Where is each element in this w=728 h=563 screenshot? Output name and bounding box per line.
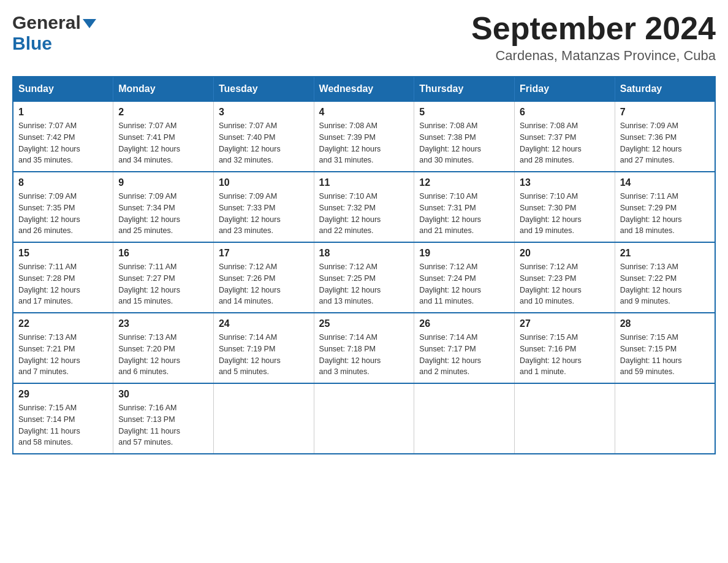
day-full-info: Sunrise: 7:13 AMSunset: 7:22 PMDaylight:… xyxy=(620,261,710,307)
title-block: September 2024 Cardenas, Matanzas Provin… xyxy=(471,12,716,64)
day-full-info: Sunrise: 7:10 AMSunset: 7:31 PMDaylight:… xyxy=(419,191,509,237)
calendar-week-row: 15Sunrise: 7:11 AMSunset: 7:28 PMDayligh… xyxy=(13,242,715,313)
calendar-cell: 10Sunrise: 7:09 AMSunset: 7:33 PMDayligh… xyxy=(213,172,314,242)
day-full-info: Sunrise: 7:07 AMSunset: 7:42 PMDaylight:… xyxy=(18,120,108,166)
day-number: 4 xyxy=(319,107,409,118)
calendar-cell xyxy=(615,383,715,454)
day-full-info: Sunrise: 7:15 AMSunset: 7:16 PMDaylight:… xyxy=(520,332,610,378)
day-full-info: Sunrise: 7:15 AMSunset: 7:14 PMDaylight:… xyxy=(18,402,108,448)
calendar-cell: 3Sunrise: 7:07 AMSunset: 7:40 PMDaylight… xyxy=(213,101,314,172)
calendar-cell: 7Sunrise: 7:09 AMSunset: 7:36 PMDaylight… xyxy=(615,101,715,172)
day-full-info: Sunrise: 7:11 AMSunset: 7:27 PMDaylight:… xyxy=(118,261,208,307)
day-full-info: Sunrise: 7:12 AMSunset: 7:25 PMDaylight:… xyxy=(319,261,409,307)
day-number: 28 xyxy=(620,318,710,329)
day-full-info: Sunrise: 7:11 AMSunset: 7:29 PMDaylight:… xyxy=(620,191,710,237)
day-number: 6 xyxy=(520,107,610,118)
day-full-info: Sunrise: 7:07 AMSunset: 7:41 PMDaylight:… xyxy=(118,120,208,166)
day-full-info: Sunrise: 7:14 AMSunset: 7:19 PMDaylight:… xyxy=(219,332,309,378)
day-full-info: Sunrise: 7:15 AMSunset: 7:15 PMDaylight:… xyxy=(620,332,710,378)
day-number: 3 xyxy=(219,107,309,118)
calendar-cell: 21Sunrise: 7:13 AMSunset: 7:22 PMDayligh… xyxy=(615,242,715,313)
day-number: 15 xyxy=(18,248,108,259)
day-full-info: Sunrise: 7:08 AMSunset: 7:37 PMDaylight:… xyxy=(520,120,610,166)
day-number: 8 xyxy=(18,177,108,188)
day-full-info: Sunrise: 7:12 AMSunset: 7:24 PMDaylight:… xyxy=(419,261,509,307)
calendar-week-row: 1Sunrise: 7:07 AMSunset: 7:42 PMDaylight… xyxy=(13,101,715,172)
logo-blue-text: Blue xyxy=(12,33,52,54)
day-full-info: Sunrise: 7:16 AMSunset: 7:13 PMDaylight:… xyxy=(118,402,208,448)
calendar-cell: 25Sunrise: 7:14 AMSunset: 7:18 PMDayligh… xyxy=(314,313,414,383)
day-number: 23 xyxy=(118,318,208,329)
day-full-info: Sunrise: 7:10 AMSunset: 7:32 PMDaylight:… xyxy=(319,191,409,237)
column-header-sunday: Sunday xyxy=(13,77,113,101)
month-title: September 2024 xyxy=(471,12,716,44)
location-subtitle: Cardenas, Matanzas Province, Cuba xyxy=(471,48,716,64)
calendar-cell xyxy=(314,383,414,454)
day-number: 9 xyxy=(118,177,208,188)
day-full-info: Sunrise: 7:09 AMSunset: 7:36 PMDaylight:… xyxy=(620,120,710,166)
day-full-info: Sunrise: 7:14 AMSunset: 7:17 PMDaylight:… xyxy=(419,332,509,378)
day-full-info: Sunrise: 7:14 AMSunset: 7:18 PMDaylight:… xyxy=(319,332,409,378)
calendar-cell: 24Sunrise: 7:14 AMSunset: 7:19 PMDayligh… xyxy=(213,313,314,383)
calendar-cell: 4Sunrise: 7:08 AMSunset: 7:39 PMDaylight… xyxy=(314,101,414,172)
day-number: 19 xyxy=(419,248,509,259)
day-number: 27 xyxy=(520,318,610,329)
calendar-week-row: 8Sunrise: 7:09 AMSunset: 7:35 PMDaylight… xyxy=(13,172,715,242)
calendar-week-row: 22Sunrise: 7:13 AMSunset: 7:21 PMDayligh… xyxy=(13,313,715,383)
calendar-cell xyxy=(414,383,515,454)
day-full-info: Sunrise: 7:10 AMSunset: 7:30 PMDaylight:… xyxy=(520,191,610,237)
column-header-thursday: Thursday xyxy=(414,77,515,101)
day-number: 17 xyxy=(219,248,309,259)
day-number: 11 xyxy=(319,177,409,188)
day-full-info: Sunrise: 7:08 AMSunset: 7:38 PMDaylight:… xyxy=(419,120,509,166)
day-number: 7 xyxy=(620,107,710,118)
calendar-cell: 1Sunrise: 7:07 AMSunset: 7:42 PMDaylight… xyxy=(13,101,113,172)
day-full-info: Sunrise: 7:13 AMSunset: 7:20 PMDaylight:… xyxy=(118,332,208,378)
day-full-info: Sunrise: 7:09 AMSunset: 7:33 PMDaylight:… xyxy=(219,191,309,237)
logo-arrow-icon xyxy=(83,19,96,28)
calendar-cell: 27Sunrise: 7:15 AMSunset: 7:16 PMDayligh… xyxy=(515,313,615,383)
day-number: 18 xyxy=(319,248,409,259)
calendar-cell: 16Sunrise: 7:11 AMSunset: 7:27 PMDayligh… xyxy=(113,242,214,313)
day-number: 25 xyxy=(319,318,409,329)
calendar-header-row: SundayMondayTuesdayWednesdayThursdayFrid… xyxy=(13,77,715,101)
day-number: 1 xyxy=(18,107,108,118)
column-header-wednesday: Wednesday xyxy=(314,77,414,101)
day-full-info: Sunrise: 7:12 AMSunset: 7:23 PMDaylight:… xyxy=(520,261,610,307)
calendar-cell: 19Sunrise: 7:12 AMSunset: 7:24 PMDayligh… xyxy=(414,242,515,313)
day-number: 26 xyxy=(419,318,509,329)
day-number: 16 xyxy=(118,248,208,259)
day-number: 30 xyxy=(118,389,208,400)
day-number: 29 xyxy=(18,389,108,400)
logo: General Blue xyxy=(12,12,96,54)
calendar-table: SundayMondayTuesdayWednesdayThursdayFrid… xyxy=(12,76,716,454)
calendar-cell: 26Sunrise: 7:14 AMSunset: 7:17 PMDayligh… xyxy=(414,313,515,383)
day-full-info: Sunrise: 7:08 AMSunset: 7:39 PMDaylight:… xyxy=(319,120,409,166)
calendar-cell: 15Sunrise: 7:11 AMSunset: 7:28 PMDayligh… xyxy=(13,242,113,313)
calendar-cell: 8Sunrise: 7:09 AMSunset: 7:35 PMDaylight… xyxy=(13,172,113,242)
calendar-cell: 11Sunrise: 7:10 AMSunset: 7:32 PMDayligh… xyxy=(314,172,414,242)
calendar-cell: 20Sunrise: 7:12 AMSunset: 7:23 PMDayligh… xyxy=(515,242,615,313)
day-number: 14 xyxy=(620,177,710,188)
day-number: 12 xyxy=(419,177,509,188)
calendar-cell: 12Sunrise: 7:10 AMSunset: 7:31 PMDayligh… xyxy=(414,172,515,242)
day-full-info: Sunrise: 7:13 AMSunset: 7:21 PMDaylight:… xyxy=(18,332,108,378)
column-header-saturday: Saturday xyxy=(615,77,715,101)
calendar-cell: 29Sunrise: 7:15 AMSunset: 7:14 PMDayligh… xyxy=(13,383,113,454)
calendar-cell: 9Sunrise: 7:09 AMSunset: 7:34 PMDaylight… xyxy=(113,172,214,242)
calendar-cell: 14Sunrise: 7:11 AMSunset: 7:29 PMDayligh… xyxy=(615,172,715,242)
day-full-info: Sunrise: 7:12 AMSunset: 7:26 PMDaylight:… xyxy=(219,261,309,307)
day-number: 2 xyxy=(118,107,208,118)
calendar-cell xyxy=(515,383,615,454)
day-number: 22 xyxy=(18,318,108,329)
calendar-cell: 2Sunrise: 7:07 AMSunset: 7:41 PMDaylight… xyxy=(113,101,214,172)
calendar-week-row: 29Sunrise: 7:15 AMSunset: 7:14 PMDayligh… xyxy=(13,383,715,454)
day-full-info: Sunrise: 7:09 AMSunset: 7:35 PMDaylight:… xyxy=(18,191,108,237)
calendar-cell: 18Sunrise: 7:12 AMSunset: 7:25 PMDayligh… xyxy=(314,242,414,313)
day-full-info: Sunrise: 7:11 AMSunset: 7:28 PMDaylight:… xyxy=(18,261,108,307)
day-number: 5 xyxy=(419,107,509,118)
logo-general-text: General xyxy=(12,12,81,33)
calendar-cell: 6Sunrise: 7:08 AMSunset: 7:37 PMDaylight… xyxy=(515,101,615,172)
column-header-tuesday: Tuesday xyxy=(213,77,314,101)
day-number: 20 xyxy=(520,248,610,259)
